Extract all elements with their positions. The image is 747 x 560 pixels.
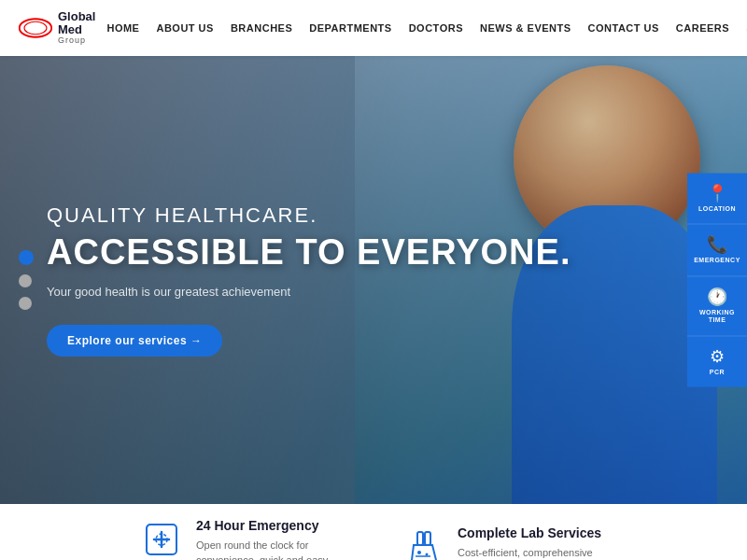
nav-doctors[interactable]: DOCTORS (409, 22, 463, 34)
lab-desc: Cost-efficient, comprehensive and clinic… (458, 545, 607, 560)
quick-link-location[interactable]: 📍 LOCATION (687, 174, 747, 225)
quick-links-sidebar: 📍 LOCATION 📞 EMERGENCY 🕐 WORKINGTIME ⚙ P… (687, 174, 747, 387)
hero-tagline: Your good health is our greatest achieve… (47, 285, 700, 299)
quick-link-pcr[interactable]: ⚙ PCR (687, 336, 747, 386)
emergency-icon: 📞 (707, 236, 727, 253)
svg-point-8 (417, 551, 421, 554)
nav-news[interactable]: NEWS & EVENTS (480, 22, 571, 34)
quick-link-working-time[interactable]: 🕐 WORKINGTIME (687, 276, 747, 336)
main-nav: HOME ABOUT US BRANCHES DEPARTMENTS DOCTO… (106, 21, 747, 35)
logo[interactable]: Global Med Group (19, 10, 106, 46)
hero-subtitle: QUALITY HEALTHCARE. (47, 203, 700, 228)
nav-careers[interactable]: CAREERS (676, 22, 729, 34)
svg-point-9 (426, 553, 429, 556)
emergency-title: 24 Hour Emergency (196, 518, 345, 533)
emergency-label: EMERGENCY (694, 257, 740, 264)
nav-departments[interactable]: DEPARTMENTS (309, 22, 391, 34)
pcr-icon: ⚙ (710, 347, 725, 364)
logo-icon (19, 15, 52, 41)
nav-home[interactable]: HOME (106, 22, 139, 34)
hero-section: QUALITY HEALTHCARE. ACCESSIBLE TO EVERYO… (0, 56, 747, 504)
slide-dot-3[interactable] (19, 297, 32, 310)
slide-dots (19, 250, 34, 310)
header: Global Med Group HOME ABOUT US BRANCHES … (0, 0, 747, 56)
emergency-desc: Open round the clock for convenience, qu… (196, 538, 345, 560)
svg-point-1 (24, 21, 47, 34)
hero-title: ACCESSIBLE TO EVERYONE. (47, 233, 700, 273)
services-bar: 24 Hour Emergency Open round the clock f… (0, 504, 747, 560)
nav-contact[interactable]: CONTACT US (588, 22, 659, 34)
service-lab: Complete Lab Services Cost-efficient, co… (402, 525, 607, 560)
lab-service-icon (402, 525, 444, 560)
pcr-label: PCR (710, 368, 725, 375)
quick-link-emergency[interactable]: 📞 EMERGENCY (687, 225, 747, 276)
slide-dot-1[interactable] (19, 250, 34, 265)
svg-rect-6 (417, 532, 423, 545)
explore-services-button[interactable]: Explore our services → (47, 325, 222, 357)
nav-branches[interactable]: BRANCHES (231, 22, 292, 34)
logo-text: Global Med Group (58, 10, 106, 46)
lab-title: Complete Lab Services (458, 525, 607, 540)
nav-about[interactable]: ABOUT US (156, 22, 213, 34)
location-label: LOCATION (698, 205, 736, 213)
working-time-label: WORKINGTIME (699, 308, 735, 324)
slide-dot-2[interactable] (19, 274, 32, 287)
svg-rect-7 (425, 532, 430, 545)
hero-content: QUALITY HEALTHCARE. ACCESSIBLE TO EVERYO… (0, 56, 747, 504)
clock-icon: 🕐 (707, 287, 727, 304)
location-icon: 📍 (707, 185, 727, 202)
emergency-service-icon (140, 518, 183, 560)
service-emergency: 24 Hour Emergency Open round the clock f… (140, 518, 345, 560)
